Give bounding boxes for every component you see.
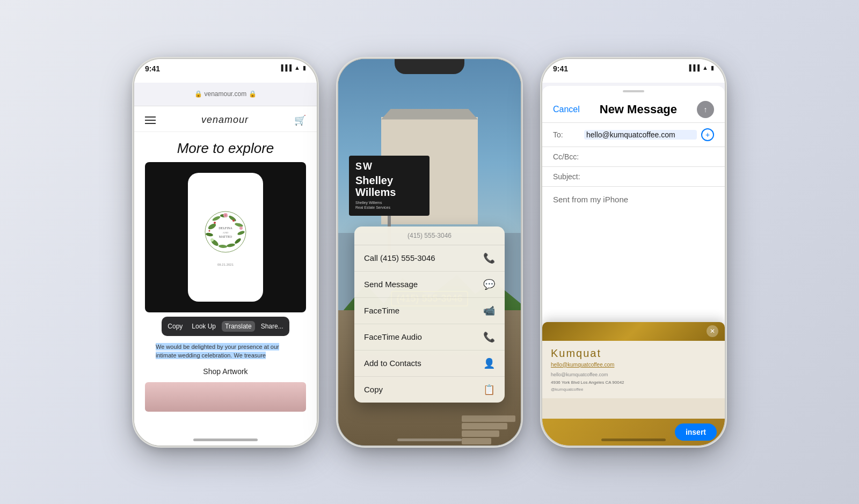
sign-initials: SW [355, 161, 423, 172]
status-time-3: 9:41 [553, 64, 568, 73]
to-field[interactable]: To: hello@kumquatcoffee.com + [542, 123, 725, 147]
to-value[interactable]: hello@kumquatcoffee.com [584, 130, 697, 140]
wreath-art: DELFINA AND MATTEO [201, 208, 250, 256]
copy-icon: 📋 [483, 384, 495, 396]
svg-point-18 [209, 230, 210, 232]
cart-icon[interactable]: 🛒 [294, 114, 306, 126]
add-contact-icon: 👤 [483, 357, 495, 369]
selected-text-area: We would be delighted by your presence a… [145, 338, 306, 363]
svg-point-6 [234, 237, 242, 245]
facetime-icon: 📹 [483, 305, 495, 317]
bc-brand: Kumquat [551, 347, 716, 360]
inner-phone: DELFINA AND MATTEO 09.21.2021 [188, 173, 263, 302]
sign-board: SW ShelleyWillems Shelley WillemsReal Es… [349, 156, 430, 216]
sign-name: ShelleyWillems [355, 174, 423, 198]
svg-point-16 [232, 220, 235, 222]
battery-icon: ▮ [303, 64, 306, 71]
popup-item-add-contacts[interactable]: Add to Contacts 👤 [354, 350, 505, 377]
svg-point-15 [210, 238, 214, 242]
svg-point-13 [224, 214, 227, 216]
wifi-icon-3: ▲ [702, 64, 708, 71]
business-card: Kumquat hello@kumquatcoffee.com hello@ku… [542, 341, 725, 398]
popup-add-contacts-label: Add to Contacts [364, 359, 421, 368]
svg-point-14 [239, 227, 243, 230]
to-label: To: [553, 130, 580, 139]
mail-sheet: Cancel New Message ↑ To: hello@kumquatco… [542, 86, 725, 445]
safari-url[interactable]: 🔒 venamour.com 🔒 [194, 90, 256, 98]
card-close-button[interactable]: ✕ [707, 325, 718, 337]
home-indicator-1 [193, 439, 258, 441]
context-menu-bar: Copy Look Up Translate Share... [162, 317, 289, 336]
phone-3: 9:41 ▐▐▐ ▲ ▮ Cancel New Message ↑ To: he… [542, 59, 725, 445]
signal-icon: ▐▐▐ [279, 64, 292, 71]
drag-handle [623, 90, 644, 92]
popup-facetime-label: FaceTime [364, 306, 399, 315]
svg-text:AND: AND [223, 231, 229, 234]
mail-title: New Message [600, 103, 677, 116]
insert-button[interactable]: insert [675, 423, 717, 441]
popup-header: (415) 555-3046 [354, 227, 505, 245]
context-share[interactable]: Share... [258, 321, 287, 332]
notch-3 [599, 59, 668, 74]
mail-header: Cancel New Message ↑ [542, 94, 725, 123]
notch-2 [395, 59, 464, 74]
svg-point-9 [228, 215, 237, 222]
mail-body[interactable]: Sent from my iPhone [542, 187, 725, 212]
send-button[interactable]: ↑ [697, 101, 714, 118]
invitation-art: DELFINA AND MATTEO 09.21.2021 [188, 173, 263, 302]
safari-content: venamour 🛒 More to explore [134, 106, 317, 445]
hamburger-menu[interactable] [145, 116, 156, 124]
svg-point-11 [212, 215, 221, 222]
shop-label[interactable]: Shop Artwork [145, 363, 306, 380]
cancel-button[interactable]: Cancel [553, 105, 580, 114]
svg-text:MATTEO: MATTEO [219, 235, 232, 238]
site-logo: venamour [201, 114, 249, 126]
cc-label: Cc/Bcc: [553, 152, 580, 161]
battery-icon-3: ▮ [711, 64, 714, 71]
safari-bar: 🔒 venamour.com 🔒 [134, 83, 317, 106]
subject-field[interactable]: Subject: [542, 167, 725, 187]
signal-icon-3: ▐▐▐ [687, 64, 700, 71]
explore-title: More to explore [145, 132, 306, 162]
phone-1: 9:41 ▐▐▐ ▲ ▮ 🔒 venamour.com 🔒 [134, 59, 317, 445]
url-text[interactable]: venamour.com 🔒 [204, 90, 256, 98]
popup-item-message[interactable]: Send Message 💬 [354, 272, 505, 298]
home-indicator-3 [601, 439, 666, 441]
site-header: venamour 🛒 [134, 106, 317, 132]
popup-message-label: Send Message [364, 280, 418, 289]
cc-field[interactable]: Cc/Bcc: [542, 147, 725, 167]
wifi-icon: ▲ [294, 64, 300, 71]
steps [462, 415, 515, 445]
context-lookup[interactable]: Look Up [188, 321, 219, 332]
context-translate[interactable]: Translate [222, 321, 255, 332]
popup-call-label: Call (415) 555-3046 [364, 253, 435, 262]
popup-item-copy[interactable]: Copy 📋 [354, 377, 505, 403]
subject-label: Subject: [553, 172, 580, 181]
bc-handle: @kumquatcoffee [551, 387, 716, 392]
card-top-bar: ✕ [542, 322, 725, 341]
notch-1 [191, 59, 260, 74]
popup-item-call[interactable]: Call (415) 555-3046 📞 [354, 245, 505, 272]
svg-point-7 [237, 230, 245, 236]
facetime-audio-icon: 📞 [483, 331, 495, 343]
home-indicator-2 [397, 439, 462, 441]
call-icon: 📞 [483, 252, 495, 264]
svg-point-1 [207, 223, 217, 231]
bottom-preview [145, 382, 306, 412]
phone3-screen: 9:41 ▐▐▐ ▲ ▮ Cancel New Message ↑ To: he… [542, 59, 725, 445]
message-icon: 💬 [483, 279, 495, 290]
popup-item-facetime-audio[interactable]: FaceTime Audio 📞 [354, 324, 505, 350]
popup-item-facetime[interactable]: FaceTime 📹 [354, 298, 505, 324]
context-copy[interactable]: Copy [164, 321, 186, 332]
action-popup: (415) 555-3046 Call (415) 555-3046 📞 Sen… [354, 227, 505, 403]
invite-date: 09.21.2021 [217, 263, 234, 266]
status-icons-3: ▐▐▐ ▲ ▮ [687, 64, 714, 71]
add-recipient-button[interactable]: + [701, 128, 714, 141]
svg-point-8 [234, 222, 243, 228]
svg-point-2 [206, 232, 214, 237]
site-main: More to explore [134, 132, 317, 412]
bc-email-primary: hello@kumquatcoffee.com [551, 362, 716, 368]
bc-address: 4936 York Blvd Los Angeles CA 90042 [551, 379, 716, 386]
selected-text: We would be delighted by your presence a… [156, 343, 279, 360]
svg-point-4 [219, 244, 227, 248]
